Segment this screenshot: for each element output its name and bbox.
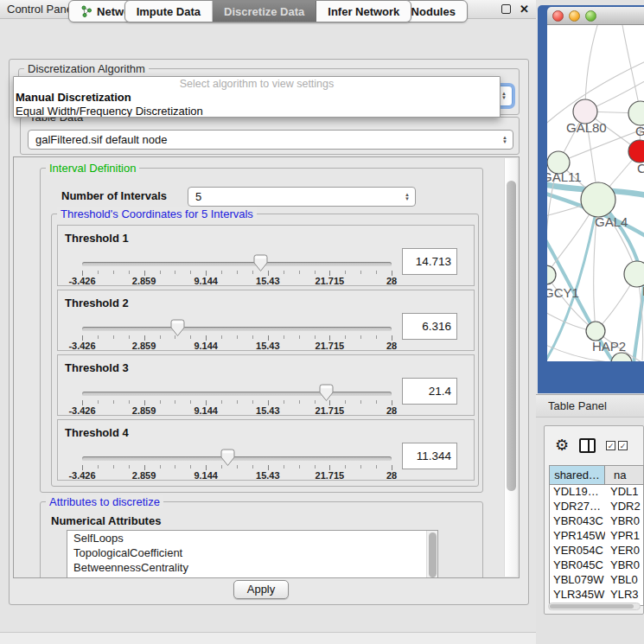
table-data-groupbox: Table Data galFiltered.sif default node … [20,117,520,155]
network-graph: GAL80GACGAL11GAL4GCY1HHAP2 [547,25,644,361]
threshold-value-field[interactable]: 21.4 [402,378,457,405]
numerical-attributes-label: Numerical Attributes [51,514,161,527]
tab-label: Impute Data [137,5,201,18]
threshold-slider-track[interactable] [82,456,392,461]
threshold-slider-track[interactable] [82,262,392,266]
threshold-slider-thumb[interactable] [220,449,235,467]
threshold-slider-thumb[interactable] [170,319,185,337]
split-columns-icon[interactable] [579,438,596,453]
combo-stepper-icon: ▲▼ [502,136,513,144]
number-of-intervals-combobox[interactable]: 5 ▲▼ [188,187,416,207]
network-canvas[interactable]: GAL80GACGAL11GAL4GCY1HHAP2 [547,25,644,361]
number-of-intervals-value: 5 [195,190,201,203]
settings-scroll-panel: Interval Definition Number of Intervals … [13,156,520,578]
threshold-row: Threshold 1 -3.4262.8599.14415.4321.7152… [57,225,475,286]
column-header-shared-name[interactable]: shared… [550,466,605,484]
algorithm-dropdown-popup: Select algorithm to view settings Manual… [13,76,501,118]
thresholds-groupbox: Threshold's Coordinates for 5 Intervals … [51,214,479,487]
table-row[interactable]: YER054CYER0 [550,544,643,558]
tab-impute-data[interactable]: Impute Data [125,1,213,22]
svg-text:GAL4: GAL4 [595,214,628,229]
table-toolbar: ⚙ ✓ ✓ [545,426,643,464]
zoom-traffic-light-icon[interactable] [585,10,596,22]
svg-text:GAL80: GAL80 [566,120,607,135]
threshold-label: Threshold 2 [65,296,129,309]
apply-button[interactable]: Apply [233,580,289,599]
table-row[interactable]: YBR043CYBR0 [550,514,643,529]
table-row[interactable]: YDL19…YDL1 [550,485,643,500]
svg-text:GA: GA [635,124,644,138]
network-node-C[interactable]: C [628,140,644,175]
algorithm-option[interactable]: Manual Discretization [14,91,500,105]
vertical-scrollbar[interactable] [504,158,517,577]
table-panel-title: Table Panel [548,399,607,412]
table-row[interactable]: YBL079WYBL0 [550,573,643,588]
tab-label: Infer Network [328,5,399,18]
threshold-label: Threshold 3 [65,361,129,374]
threshold-value-field[interactable]: 6.316 [402,313,457,340]
column-header-name[interactable]: na [605,466,643,484]
threshold-label: Threshold 4 [65,426,129,439]
bottom-strip [0,632,536,644]
network-node-HAP2[interactable]: HAP2 [586,322,626,354]
minimize-traffic-light-icon[interactable] [569,10,580,22]
threshold-value-field[interactable]: 14.713 [402,248,457,275]
attribute-item[interactable]: TopologicalCoefficient [67,545,437,560]
attribute-item[interactable]: BetweennessCentrality [67,560,437,575]
numerical-attributes-list[interactable]: SelfLoopsTopologicalCoefficientBetweenne… [67,530,438,578]
number-of-intervals-label: Number of Intervals [61,189,167,202]
table-data-value: galFiltered.sif default node [35,133,167,146]
list-scrollbar[interactable] [426,531,437,578]
threshold-row: Threshold 3 -3.4262.8599.14415.4321.7152… [57,354,475,416]
threshold-row: Threshold 2 -3.4262.8599.14415.4321.7152… [57,290,475,351]
table-row[interactable]: YBR045CYBR0 [550,558,643,573]
table-panel: ⚙ ✓ ✓ shared… na YDL19…YDL1YDR27…YDR2YBR… [544,425,644,615]
cyni-toolbox-panel: Discretization Algorithm ▲▼ Select algor… [9,59,529,605]
svg-text:C: C [637,161,644,175]
threshold-slider-thumb[interactable] [319,384,334,402]
combo-stepper-icon: ▲▼ [501,92,512,100]
tab-label: Discretize Data [224,5,304,18]
attribute-item[interactable]: SelfLoops [67,531,437,545]
threshold-slider-track[interactable] [82,392,392,396]
network-node-GA[interactable]: GA [628,101,644,138]
checkbox-icon[interactable]: ✓ [606,441,615,450]
threshold-slider-track[interactable] [82,327,392,331]
interval-definition-label: Interval Definition [46,162,139,175]
algorithm-option[interactable]: Equal Width/Frequency Discretization [14,105,500,118]
tab-infer-network[interactable]: Infer Network [316,1,411,22]
attributes-group-label: Attributes to discretize [46,495,163,508]
table-row[interactable]: YDR27…YDR2 [550,500,643,514]
attributes-groupbox: Attributes to discretize Numerical Attri… [40,501,483,578]
threshold-row: Threshold 4 -3.4262.8599.14415.4321.7152… [57,419,475,481]
column-checkboxes: ✓ ✓ [606,441,628,450]
svg-text:HAP2: HAP2 [592,339,626,354]
table-data-combobox[interactable]: galFiltered.sif default node ▲▼ [28,130,513,150]
table-row[interactable]: YLR345WYLR3 [550,588,643,603]
network-node-H[interactable]: H [624,261,644,298]
combo-stepper-icon: ▲▼ [405,193,415,201]
table-panel-titlebar: Table Panel [536,394,644,418]
tab-discretize-data[interactable]: Discretize Data [213,1,316,22]
gear-icon[interactable]: ⚙ [555,437,569,453]
svg-text:GCY1: GCY1 [547,285,579,300]
horizontal-scrollbar[interactable] [548,603,641,610]
threshold-value-field[interactable]: 11.344 [402,443,457,469]
interval-definition-groupbox: Interval Definition Number of Intervals … [40,168,483,493]
network-window-titlebar[interactable] [547,7,644,25]
right-column: GAL80GACGAL11GAL4GCY1HHAP2 Table Panel ⚙… [536,0,644,644]
table-row[interactable]: YPR145WYPR1 [550,529,643,544]
svg-text:GAL11: GAL11 [547,169,582,184]
close-traffic-light-icon[interactable] [552,10,564,22]
node-table: shared… na YDL19…YDL1YDR27…YDR2YBR043CYB… [549,465,644,606]
network-node-GAL11[interactable]: GAL11 [547,151,582,184]
dropdown-placeholder: Select algorithm to view settings [14,77,500,91]
table-header-row: shared… na [550,466,643,485]
threshold-slider-thumb[interactable] [253,254,268,272]
bottom-tab-bar: Impute DataDiscretize DataInfer Network [0,0,536,22]
algorithm-group-label: Discretization Algorithm [24,62,149,75]
checkbox-icon[interactable]: ✓ [618,441,628,450]
thresholds-group-label: Threshold's Coordinates for 5 Intervals [57,207,257,220]
network-view-window: GAL80GACGAL11GAL4GCY1HHAP2 [538,5,644,393]
threshold-label: Threshold 1 [65,232,129,245]
